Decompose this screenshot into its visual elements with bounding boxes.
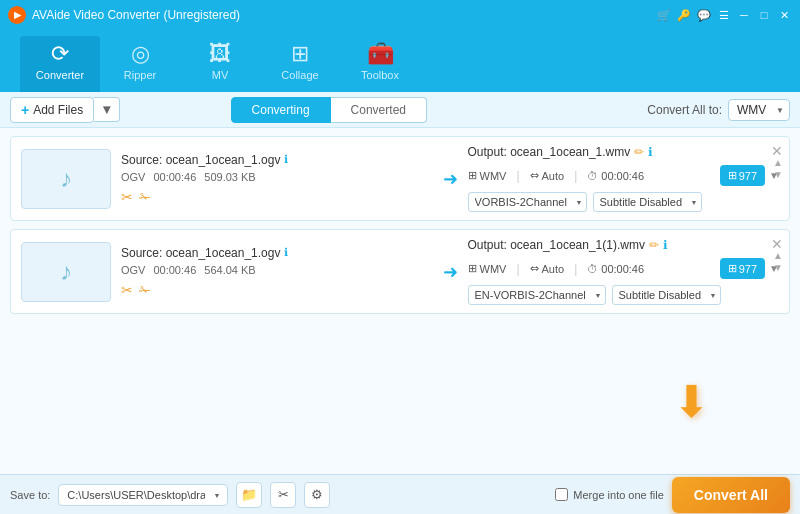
ripper-icon: ◎ bbox=[131, 41, 150, 67]
file-source-2: Source: ocean_1ocean_1.ogv ℹ bbox=[121, 246, 433, 260]
output-name-text-1: Output: ocean_1ocean_1.wmv bbox=[468, 145, 631, 159]
file-size-1: 509.03 KB bbox=[204, 171, 255, 183]
output-controls-1: ⊞ WMV | ⇔ Auto | ⏱ 00:00:46 ⊞ 977 bbox=[468, 165, 780, 186]
music-note-icon-2: ♪ bbox=[60, 258, 72, 286]
nav-converter[interactable]: ⟳ Converter bbox=[20, 36, 100, 92]
nav-converter-label: Converter bbox=[36, 69, 84, 81]
format-select-btn-1[interactable]: ⊞ 977 bbox=[720, 165, 765, 186]
output-info-icon-1[interactable]: ℹ bbox=[648, 145, 653, 159]
output-name-text-2: Output: ocean_1ocean_1(1).wmv bbox=[468, 238, 645, 252]
file-item-1: ♪ Source: ocean_1ocean_1.ogv ℹ OGV 00:00… bbox=[10, 136, 790, 221]
audio-channel-select-2[interactable]: EN-VORBIS-2Channel bbox=[468, 285, 606, 305]
file-item-2: ♪ Source: ocean_1ocean_1.ogv ℹ OGV 00:00… bbox=[10, 229, 790, 314]
file-source-1: Source: ocean_1ocean_1.ogv ℹ bbox=[121, 153, 433, 167]
add-files-dropdown-button[interactable]: ▼ bbox=[94, 97, 120, 122]
file-format-1: OGV bbox=[121, 171, 145, 183]
merge-checkbox[interactable] bbox=[555, 488, 568, 501]
format-select-btn-2[interactable]: ⊞ 977 bbox=[720, 258, 765, 279]
file-size-2: 564.04 KB bbox=[204, 264, 255, 276]
output-dropdowns-2: EN-VORBIS-2Channel Subtitle Disabled bbox=[468, 285, 780, 305]
folder-open-button[interactable]: 📁 bbox=[236, 482, 262, 508]
cart-icon[interactable]: 🛒 bbox=[656, 7, 672, 23]
scissors-icon-1[interactable]: ✁ bbox=[139, 189, 151, 205]
format-select[interactable]: WMV MP4 AVI MOV bbox=[728, 99, 790, 121]
file-format-2: OGV bbox=[121, 264, 145, 276]
minimize-icon[interactable]: ─ bbox=[736, 7, 752, 23]
chat-icon[interactable]: 💬 bbox=[696, 7, 712, 23]
toolbox-icon: 🧰 bbox=[367, 41, 394, 67]
nav-mv-label: MV bbox=[212, 69, 229, 81]
scissors-icon-2[interactable]: ✁ bbox=[139, 282, 151, 298]
file-actions-1: ✂ ✁ bbox=[121, 189, 433, 205]
app-title: AVAide Video Converter (Unregistered) bbox=[32, 8, 656, 22]
file-thumbnail-2: ♪ bbox=[21, 242, 111, 302]
format-badge-1: ⊞ WMV bbox=[468, 169, 507, 182]
nav-bar: ⟳ Converter ◎ Ripper 🖼 MV ⊞ Collage 🧰 To… bbox=[0, 30, 800, 92]
scissors-button[interactable]: ✂ bbox=[270, 482, 296, 508]
source-info-icon-1[interactable]: ℹ bbox=[284, 153, 288, 166]
expand-btns-2: ▲ ▼ bbox=[773, 250, 783, 273]
audio-channel-select-1[interactable]: VORBIS-2Channel bbox=[468, 192, 587, 212]
save-path-input[interactable] bbox=[58, 484, 228, 506]
file-meta-1: OGV 00:00:46 509.03 KB bbox=[121, 171, 433, 183]
file-duration-1: 00:00:46 bbox=[153, 171, 196, 183]
output-name-2: Output: ocean_1ocean_1(1).wmv ✏ ℹ bbox=[468, 238, 780, 252]
expand-btns-1: ▲ ▼ bbox=[773, 157, 783, 180]
chevron-up-icon-2[interactable]: ▲ bbox=[773, 250, 783, 261]
add-files-button[interactable]: + Add Files bbox=[10, 97, 94, 123]
nav-ripper-label: Ripper bbox=[124, 69, 156, 81]
subtitle-select-1[interactable]: Subtitle Disabled bbox=[593, 192, 702, 212]
output-format-2: WMV bbox=[480, 263, 507, 275]
close-icon[interactable]: ✕ bbox=[776, 7, 792, 23]
convert-all-to-label: Convert All to: bbox=[647, 103, 722, 117]
arrow-2: ➜ bbox=[443, 261, 458, 283]
sep2: | bbox=[574, 169, 577, 183]
output-duration-2: 00:00:46 bbox=[601, 263, 644, 275]
format-grid-icon-2: ⊞ bbox=[468, 262, 477, 275]
cut-icon-1[interactable]: ✂ bbox=[121, 189, 133, 205]
format-badge-2: ⊞ WMV bbox=[468, 262, 507, 275]
tab-converted[interactable]: Converted bbox=[331, 97, 427, 123]
nav-toolbox-label: Toolbox bbox=[361, 69, 399, 81]
output-section-2: Output: ocean_1ocean_1(1).wmv ✏ ℹ ⊞ WMV … bbox=[468, 238, 780, 305]
source-info-icon-2[interactable]: ℹ bbox=[284, 246, 288, 259]
folder-icon: 📁 bbox=[241, 487, 257, 502]
source-text-2: Source: ocean_1ocean_1.ogv bbox=[121, 246, 280, 260]
maximize-icon[interactable]: □ bbox=[756, 7, 772, 23]
bottom-bar: Save to: 📁 ✂ ⚙ Merge into one file Conve… bbox=[0, 474, 800, 514]
settings-button[interactable]: ⚙ bbox=[304, 482, 330, 508]
key-icon[interactable]: 🔑 bbox=[676, 7, 692, 23]
mv-icon: 🖼 bbox=[209, 41, 231, 67]
edit-icon-1[interactable]: ✏ bbox=[634, 145, 644, 159]
cut-icon-2[interactable]: ✂ bbox=[121, 282, 133, 298]
nav-collage[interactable]: ⊞ Collage bbox=[260, 36, 340, 92]
convert-all-button[interactable]: Convert All bbox=[672, 477, 790, 513]
size-icon-1: ⇔ bbox=[530, 169, 539, 182]
chevron-up-icon-1[interactable]: ▲ bbox=[773, 157, 783, 168]
subtitle-select-2[interactable]: Subtitle Disabled bbox=[612, 285, 721, 305]
audio-channel-wrap-1: VORBIS-2Channel bbox=[468, 192, 587, 212]
sep4: | bbox=[574, 262, 577, 276]
converter-icon: ⟳ bbox=[51, 41, 69, 67]
tab-converting[interactable]: Converting bbox=[231, 97, 331, 123]
file-duration-2: 00:00:46 bbox=[153, 264, 196, 276]
file-meta-2: OGV 00:00:46 564.04 KB bbox=[121, 264, 433, 276]
convert-arrow-indicator: ⬇ bbox=[673, 380, 710, 424]
tab-group: Converting Converted bbox=[231, 97, 427, 123]
format-grid-icon-1: ⊞ bbox=[468, 169, 477, 182]
nav-ripper[interactable]: ◎ Ripper bbox=[100, 36, 180, 92]
chevron-down-icon-2[interactable]: ▼ bbox=[773, 262, 783, 273]
add-files-label: Add Files bbox=[33, 103, 83, 117]
cut-tool-icon: ✂ bbox=[278, 487, 289, 502]
output-info-icon-2[interactable]: ℹ bbox=[663, 238, 668, 252]
output-duration-1: 00:00:46 bbox=[601, 170, 644, 182]
source-text-1: Source: ocean_1ocean_1.ogv bbox=[121, 153, 280, 167]
chevron-down-icon-1[interactable]: ▼ bbox=[773, 169, 783, 180]
sep3: | bbox=[516, 262, 519, 276]
nav-toolbox[interactable]: 🧰 Toolbox bbox=[340, 36, 420, 92]
subtitle-wrap-1: Subtitle Disabled bbox=[593, 192, 702, 212]
nav-mv[interactable]: 🖼 MV bbox=[180, 36, 260, 92]
menu-icon[interactable]: ☰ bbox=[716, 7, 732, 23]
edit-icon-2[interactable]: ✏ bbox=[649, 238, 659, 252]
file-info-1: Source: ocean_1ocean_1.ogv ℹ OGV 00:00:4… bbox=[121, 153, 433, 205]
